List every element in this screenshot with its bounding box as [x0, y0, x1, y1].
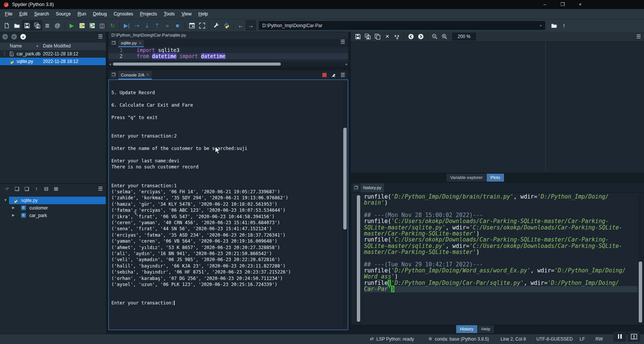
menu-item-search[interactable]: Search: [31, 10, 53, 18]
column-header-name[interactable]: Name: [10, 43, 22, 49]
debug-step-out-button[interactable]: ⇡: [152, 20, 162, 31]
close-tab-icon[interactable]: ×: [147, 73, 149, 77]
file-row-car_park-db[interactable]: ├0110car_park.db2022-11-28 18:12: [0, 50, 106, 58]
run-cell-button[interactable]: [77, 20, 87, 31]
go-up-button[interactable]: ↑: [32, 186, 41, 192]
zoom-out-button[interactable]: [430, 32, 440, 41]
editor-horizontal-scrollbar[interactable]: ◂ ▸: [108, 61, 348, 67]
debug-continue-button[interactable]: »: [162, 20, 172, 31]
menu-item-edit[interactable]: Edit: [16, 10, 31, 18]
history-right-scrollbar[interactable]: [638, 194, 642, 323]
menu-item-source[interactable]: Source: [52, 10, 74, 18]
outline-item-car_park[interactable]: ▶Ccar_park: [0, 212, 106, 219]
rerun-cell-button[interactable]: ↻: [107, 20, 117, 31]
working-directory-field[interactable]: D:\Python_Imp\Doing\Car-Par ▾: [259, 21, 545, 30]
file-switcher-button[interactable]: ≣: [42, 20, 52, 31]
menu-item-tools[interactable]: Tools: [160, 10, 178, 18]
scrollbar-thumb[interactable]: [357, 195, 360, 322]
new-file-button[interactable]: [2, 20, 12, 31]
find-symbol-button[interactable]: @: [52, 20, 62, 31]
remove-plot-button[interactable]: ×: [382, 32, 392, 41]
maximize-pane-button[interactable]: [187, 20, 197, 31]
column-divider[interactable]: [41, 43, 42, 50]
debug-step-over-button[interactable]: ⇢: [132, 20, 142, 31]
copy-path-button[interactable]: ❏: [22, 186, 32, 192]
plots-options-menu-icon[interactable]: ☰: [636, 34, 641, 40]
run-selection-button[interactable]: ◫: [97, 20, 107, 31]
remove-all-plots-button[interactable]: x xx: [392, 32, 402, 41]
previous-plot-button[interactable]: [406, 32, 416, 41]
console-vertical-scrollbar[interactable]: [343, 81, 347, 328]
console[interactable]: 5. Update Record 6. Calculate Car Exit a…: [108, 80, 348, 330]
expand-icon[interactable]: ▶: [12, 206, 15, 209]
conda-env-status[interactable]: conda: base (Python 3.8.5): [435, 336, 489, 342]
save-all-plots-button[interactable]: [363, 32, 373, 41]
files-back-button[interactable]: ◂: [2, 34, 8, 40]
scrollbar-thumb[interactable]: [639, 261, 642, 323]
python-env-button[interactable]: [221, 20, 231, 31]
menu-item-consoles[interactable]: Consoles: [110, 10, 137, 18]
tab-history-py[interactable]: history.py: [361, 183, 384, 193]
console-prompt-line[interactable]: Enter your transaction:: [111, 300, 346, 306]
browse-tabs-icon[interactable]: ❐: [352, 183, 360, 192]
code-line-2[interactable]: 2from datetime import datetime: [108, 53, 348, 59]
editor-options-menu-icon[interactable]: ☰: [340, 39, 345, 47]
tab-console-2a[interactable]: Console 2/A ×: [118, 71, 152, 80]
maximize-button[interactable]: ❒: [554, 0, 571, 9]
preferences-button[interactable]: [211, 20, 221, 31]
debug-step-into-button[interactable]: ⇣: [142, 20, 152, 31]
browse-tabs-icon[interactable]: ❐: [110, 40, 117, 46]
debug-stop-button[interactable]: ■: [172, 20, 183, 31]
copy-plot-button[interactable]: [373, 32, 382, 41]
scroll-right-icon[interactable]: ▸: [346, 62, 347, 66]
expand-all-button[interactable]: ⊞: [51, 186, 61, 192]
collapse-icon[interactable]: ▼: [4, 198, 7, 202]
history-log[interactable]: runfile('D:/Python_Imp/Doing/brain/train…: [351, 193, 644, 325]
forward-button[interactable]: →: [246, 20, 256, 31]
save-all-button[interactable]: [32, 20, 42, 31]
go-to-cursor-button[interactable]: ☞: [2, 186, 12, 192]
close-tab-icon[interactable]: ×: [139, 41, 141, 45]
history-left-scrollbar[interactable]: [356, 194, 361, 323]
outline-options-menu-icon[interactable]: ☰: [98, 186, 103, 192]
chevron-down-icon[interactable]: ▾: [540, 24, 542, 28]
tab-help[interactable]: Help: [478, 325, 494, 333]
file-row-sqlite-py[interactable]: └sqlite.py2022-11-28 18:12: [0, 58, 106, 65]
scrollbar-thumb[interactable]: [113, 63, 281, 66]
copy-button[interactable]: ❏: [12, 186, 22, 192]
debug-file-button[interactable]: ▶|: [122, 20, 132, 31]
save-button[interactable]: [22, 20, 32, 31]
menu-item-file[interactable]: File: [2, 10, 16, 18]
zoom-in-button[interactable]: [440, 32, 449, 41]
interrupt-kernel-icon[interactable]: [322, 73, 327, 77]
expand-icon[interactable]: ▶: [12, 213, 15, 217]
pause-updates-button[interactable]: [614, 331, 626, 342]
console-options-menu-icon[interactable]: ☰: [340, 72, 345, 78]
minimize-button[interactable]: –: [536, 0, 554, 9]
tab-plots[interactable]: Plots: [487, 174, 504, 182]
zoom-level-field[interactable]: 200 %: [452, 33, 476, 40]
close-button[interactable]: ×: [571, 0, 589, 9]
scroll-left-icon[interactable]: ◂: [109, 62, 111, 66]
parent-dir-button[interactable]: ↑: [559, 20, 569, 31]
tab-history[interactable]: History: [456, 325, 477, 333]
save-plot-button[interactable]: [353, 32, 363, 41]
outline-item-customer[interactable]: ▶Ccustomer: [0, 204, 106, 212]
panes-layout-button[interactable]: [628, 331, 640, 342]
tab-variable-explorer[interactable]: Variable explorer: [446, 174, 486, 182]
tab-sqlite-py[interactable]: sqlite.py ×: [118, 40, 144, 47]
menu-item-run[interactable]: Run: [74, 10, 90, 18]
back-button[interactable]: ←: [236, 20, 246, 31]
outline-item-sqlite-py[interactable]: ▼sqlite.py: [0, 197, 106, 204]
browse-working-dir-button[interactable]: [549, 20, 559, 31]
code-editor[interactable]: 1import sqlite32from datetime import dat…: [108, 47, 348, 61]
clear-console-icon[interactable]: [331, 72, 336, 78]
browse-tabs-icon[interactable]: ❐: [110, 71, 117, 79]
next-plot-button[interactable]: [416, 32, 426, 41]
files-parent-button[interactable]: ▴: [20, 34, 26, 40]
menu-item-view[interactable]: View: [178, 10, 195, 18]
run-cell-advance-button[interactable]: [87, 20, 97, 31]
open-file-button[interactable]: [12, 20, 22, 31]
fullscreen-button[interactable]: [197, 20, 207, 31]
plots-splitter[interactable]: [545, 42, 546, 173]
